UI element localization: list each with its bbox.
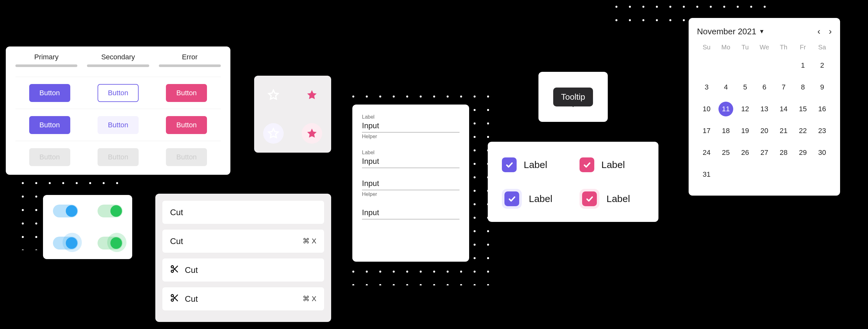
toggle-knob xyxy=(111,205,122,217)
calendar-day[interactable]: 15 xyxy=(793,102,812,117)
calendar-day[interactable]: 4 xyxy=(716,80,736,95)
check-icon xyxy=(504,191,519,206)
calendar-day[interactable]: 18 xyxy=(716,124,736,138)
star-outline-icon[interactable] xyxy=(263,85,284,105)
scissors-icon xyxy=(170,265,179,276)
toggles-card xyxy=(43,195,132,259)
calendar-next-button[interactable]: › xyxy=(829,26,832,37)
calendar-title: November 2021 xyxy=(697,27,756,37)
calendar-month-selector[interactable]: November 2021 ▼ xyxy=(697,27,765,37)
scissors-icon xyxy=(170,293,179,305)
error-button[interactable]: Button xyxy=(166,84,207,102)
checkbox-card: Label Label Label Label xyxy=(488,142,658,222)
textfield: Helper xyxy=(362,178,460,197)
calendar-dow: Su xyxy=(697,44,716,51)
textfield-input[interactable] xyxy=(362,156,460,168)
star-outline-icon[interactable] xyxy=(263,123,284,144)
buttons-card: Primary Secondary Error Button Button Bu… xyxy=(6,46,230,175)
calendar-day[interactable]: 29 xyxy=(793,145,812,160)
calendar-day[interactable]: 30 xyxy=(812,145,832,160)
primary-button[interactable]: Button xyxy=(29,116,70,134)
toggle-knob xyxy=(66,237,78,249)
tooltip: Tooltip xyxy=(553,88,593,106)
textfield-helper: Helper xyxy=(362,134,460,139)
calendar-day[interactable]: 20 xyxy=(755,124,774,138)
calendar-day[interactable]: 21 xyxy=(774,124,793,138)
menu-card: CutCut⌘ XCutCut⌘ X xyxy=(155,194,331,322)
tab-underline xyxy=(159,64,221,67)
calendar-day[interactable]: 22 xyxy=(793,124,812,138)
calendar-grid: SuMoTuWeThFrSa12345678910111213141516171… xyxy=(697,44,832,182)
textfield-input[interactable] xyxy=(362,121,460,132)
textfield-input[interactable] xyxy=(362,207,460,219)
checkbox[interactable]: Label xyxy=(580,153,644,177)
menu-item[interactable]: Cut xyxy=(162,201,324,224)
calendar-dow: We xyxy=(755,44,774,51)
tab-primary[interactable]: Primary xyxy=(16,53,78,70)
calendar-day[interactable]: 13 xyxy=(755,102,774,117)
calendar-day[interactable]: 14 xyxy=(774,102,793,117)
calendar-day[interactable]: 16 xyxy=(812,102,832,117)
calendar-day[interactable]: 2 xyxy=(812,58,832,73)
menu-item-label: Cut xyxy=(170,207,183,218)
tab-label: Error xyxy=(159,53,221,61)
calendar-day[interactable]: 27 xyxy=(755,145,774,160)
calendar-day[interactable]: 19 xyxy=(736,124,755,138)
secondary-button[interactable]: Button xyxy=(98,84,138,102)
menu-item[interactable]: Cut⌘ X xyxy=(162,287,324,310)
error-button-disabled: Button xyxy=(166,148,207,166)
calendar-day[interactable]: 7 xyxy=(774,80,793,95)
calendar-day[interactable]: 24 xyxy=(697,145,716,160)
calendar-day[interactable]: 1 xyxy=(793,58,812,73)
calendar-day[interactable]: 28 xyxy=(774,145,793,160)
textfield: Label xyxy=(362,150,460,168)
calendar-day[interactable]: 11 xyxy=(716,102,736,117)
toggle-knob xyxy=(111,237,122,249)
toggle-switch[interactable] xyxy=(53,237,78,250)
tab-error[interactable]: Error xyxy=(159,53,221,70)
calendar-day[interactable]: 3 xyxy=(697,80,716,95)
textfield-label: Label xyxy=(362,114,460,120)
calendar-day[interactable]: 8 xyxy=(793,80,812,95)
primary-button[interactable]: Button xyxy=(29,84,70,102)
toggle-knob xyxy=(66,205,78,217)
checkbox[interactable]: Label xyxy=(502,187,567,211)
toggle-switch[interactable] xyxy=(98,237,123,250)
menu-item-label: Cut xyxy=(185,265,198,275)
calendar-day[interactable]: 23 xyxy=(812,124,832,138)
textfield xyxy=(362,207,460,219)
checkbox-label: Label xyxy=(601,159,625,170)
toggle-switch[interactable] xyxy=(98,205,123,218)
calendar-day[interactable]: 31 xyxy=(697,167,716,182)
calendar-dow: Fr xyxy=(793,44,812,51)
calendar-dow: Th xyxy=(774,44,793,51)
calendar-day[interactable]: 6 xyxy=(755,80,774,95)
calendar-day[interactable]: 10 xyxy=(697,102,716,117)
calendar-day[interactable]: 9 xyxy=(812,80,832,95)
caret-down-icon: ▼ xyxy=(759,28,765,35)
checkbox[interactable]: Label xyxy=(502,153,567,177)
checkbox-label: Label xyxy=(524,159,547,170)
secondary-button[interactable]: Button xyxy=(98,116,138,134)
textfield-helper: Helper xyxy=(362,191,460,197)
menu-item[interactable]: Cut⌘ X xyxy=(162,230,324,253)
tab-secondary[interactable]: Secondary xyxy=(87,53,149,70)
textfield-input[interactable] xyxy=(362,178,460,190)
menu-item[interactable]: Cut xyxy=(162,259,324,282)
calendar-prev-button[interactable]: ‹ xyxy=(817,26,820,37)
tab-underline xyxy=(16,64,78,67)
checkbox[interactable]: Label xyxy=(580,187,644,211)
calendar-day[interactable]: 12 xyxy=(736,102,755,117)
calendar-day[interactable]: 26 xyxy=(736,145,755,160)
star-filled-icon[interactable] xyxy=(302,85,322,105)
toggle-switch[interactable] xyxy=(53,205,78,218)
calendar-day[interactable]: 17 xyxy=(697,124,716,138)
calendar-dow: Sa xyxy=(812,44,832,51)
calendar-day[interactable]: 25 xyxy=(716,145,736,160)
calendar-day[interactable]: 5 xyxy=(736,80,755,95)
textfields-card: Label Helper Label Helper xyxy=(352,104,469,262)
tooltip-card: Tooltip xyxy=(538,72,608,122)
star-filled-icon[interactable] xyxy=(302,123,322,144)
error-button[interactable]: Button xyxy=(166,116,207,134)
calendar-card: November 2021 ▼ ‹ › SuMoTuWeThFrSa123456… xyxy=(689,18,840,196)
